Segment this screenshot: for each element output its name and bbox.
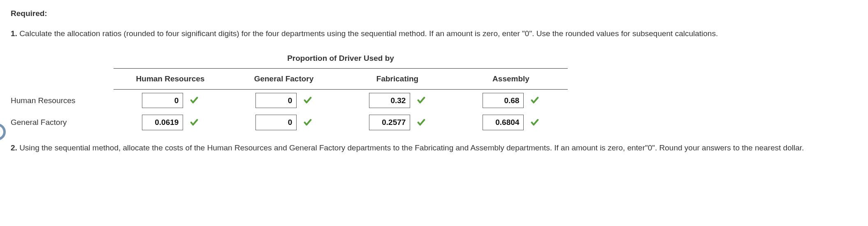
col-header-fab: Fabricating	[341, 69, 454, 89]
check-icon	[530, 96, 539, 105]
question-1-text: Calculate the allocation ratios (rounded…	[17, 29, 718, 38]
check-icon	[417, 118, 426, 127]
check-icon	[190, 118, 199, 127]
check-icon	[303, 96, 312, 105]
row-label-hr: Human Resources	[11, 89, 114, 111]
check-icon	[417, 96, 426, 105]
check-icon	[530, 118, 539, 127]
question-2-number: 2.	[11, 143, 17, 152]
input-hr-hr[interactable]: 0	[142, 93, 183, 108]
blank-header-2	[11, 69, 114, 89]
table-row: Human Resources 0 0 0.32	[11, 89, 568, 111]
col-header-hr: Human Resources	[114, 69, 227, 89]
input-hr-gf[interactable]: 0	[255, 93, 297, 108]
col-header-asm: Assembly	[454, 69, 568, 89]
check-icon	[303, 118, 312, 127]
input-gf-gf[interactable]: 0	[255, 115, 297, 130]
row-label-gf: General Factory	[11, 111, 114, 133]
question-2-text: Using the sequential method, allocate th…	[17, 143, 804, 152]
allocation-ratios-table: Proportion of Driver Used by Human Resou…	[11, 50, 857, 134]
input-gf-hr[interactable]: 0.0619	[142, 115, 183, 130]
col-header-gf: General Factory	[227, 69, 341, 89]
input-hr-fab[interactable]: 0.32	[369, 93, 410, 108]
input-gf-asm[interactable]: 0.6804	[483, 115, 524, 130]
input-gf-fab[interactable]: 0.2577	[369, 115, 410, 130]
decorative-circle	[0, 123, 6, 141]
question-1: 1. Calculate the allocation ratios (roun…	[11, 28, 857, 39]
question-2: 2. Using the sequential method, allocate…	[11, 142, 857, 154]
table-span-header: Proportion of Driver Used by	[114, 50, 568, 69]
table-row: General Factory 0.0619 0 0.	[11, 111, 568, 133]
blank-header	[11, 50, 114, 69]
question-1-number: 1.	[11, 29, 17, 38]
required-heading: Required:	[11, 7, 857, 19]
input-hr-asm[interactable]: 0.68	[483, 93, 524, 108]
check-icon	[190, 96, 199, 105]
